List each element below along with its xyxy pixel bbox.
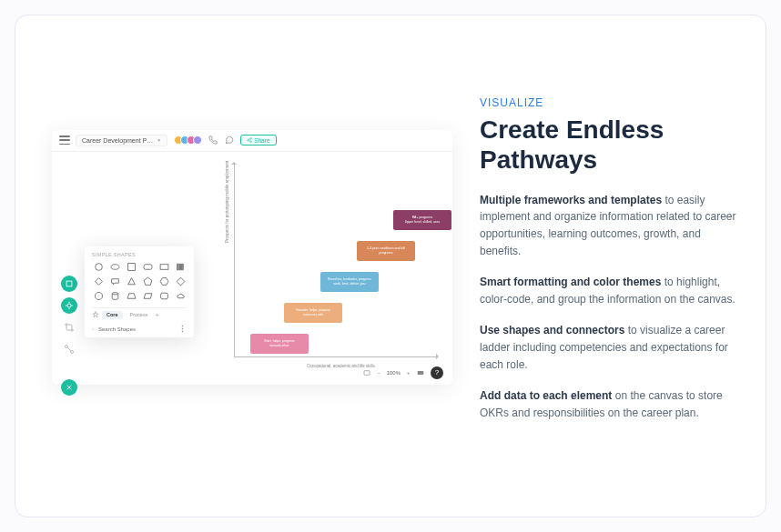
career-stage-box[interactable]: Start, helps, progresstowards other: [250, 334, 309, 354]
svg-point-34: [93, 328, 95, 330]
shape-diamond[interactable]: [174, 276, 187, 287]
shapes-panel: SIMPLE SHAPES: [85, 246, 194, 337]
document-title: Career Development P…: [82, 137, 153, 144]
crop-tool-button[interactable]: [61, 319, 77, 336]
svg-line-35: [94, 329, 95, 330]
svg-rect-20: [160, 264, 168, 269]
svg-rect-23: [180, 264, 181, 270]
svg-rect-3: [364, 370, 370, 375]
collaborator-avatars[interactable]: [177, 136, 202, 145]
career-stage-box[interactable]: 1-3 year conditions and fullprograms: [357, 241, 415, 261]
y-axis-label: Prospects for prototyping mobile employm…: [225, 160, 229, 242]
chat-icon[interactable]: [224, 136, 235, 145]
svg-marker-30: [95, 292, 102, 299]
keyboard-icon[interactable]: [416, 369, 425, 376]
feature-paragraph: Add data to each element on the canvas t…: [480, 387, 740, 421]
shape-speech[interactable]: [108, 276, 121, 287]
shape-cloud[interactable]: [174, 290, 187, 302]
shape-rhombus[interactable]: [92, 276, 105, 287]
app-topbar: Career Development P… ▼ Share: [52, 130, 452, 152]
feature-paragraph: Multiple frameworks and templates to eas…: [480, 192, 740, 259]
career-stage-box[interactable]: Branches, textbooks, progresswork, best,…: [320, 272, 379, 292]
feature-paragraph: Use shapes and connectors to visualize a…: [480, 322, 740, 373]
app-screenshot: Career Development P… ▼ Share: [52, 130, 452, 403]
avatar: [193, 136, 202, 145]
svg-rect-21: [177, 264, 178, 270]
marketing-copy: VISUALIZE Create Endless Pathways Multip…: [452, 96, 747, 437]
category-core[interactable]: Core: [102, 311, 123, 319]
chevron-down-icon: ▼: [157, 137, 161, 143]
shape-triangle[interactable]: [125, 276, 137, 287]
svg-point-1: [248, 139, 249, 141]
zoom-in-button[interactable]: +: [404, 370, 412, 376]
menu-icon[interactable]: [59, 136, 70, 145]
svg-rect-19: [144, 264, 152, 269]
shape-cylinder[interactable]: [108, 290, 121, 302]
pin-icon[interactable]: [92, 311, 99, 318]
svg-line-13: [67, 347, 71, 351]
shape-ellipse[interactable]: [108, 261, 121, 273]
shape-pentagon[interactable]: [141, 276, 154, 287]
feature-paragraph: Smart formatting and color themes to hig…: [480, 274, 740, 307]
close-rail-button[interactable]: [61, 379, 77, 396]
connector-tool-button[interactable]: [61, 341, 77, 357]
help-button[interactable]: ?: [431, 366, 443, 379]
shape-hexagon[interactable]: [157, 276, 170, 287]
career-stage-box[interactable]: BA+ programsUpper level, skilled, area: [393, 210, 451, 230]
zoom-out-button[interactable]: −: [375, 370, 383, 376]
svg-point-16: [95, 263, 102, 270]
svg-marker-25: [95, 277, 102, 285]
search-icon: [92, 326, 95, 333]
shape-rounded-rect[interactable]: [141, 261, 154, 273]
left-tool-rail: [61, 276, 77, 396]
svg-rect-4: [418, 371, 424, 375]
svg-rect-18: [127, 263, 135, 270]
svg-marker-26: [127, 277, 135, 284]
zoom-toolbar: − 100% + ?: [362, 366, 443, 379]
shape-square[interactable]: [125, 261, 137, 273]
shape-search-input[interactable]: [98, 326, 175, 332]
svg-marker-29: [177, 277, 185, 286]
share-button[interactable]: Share: [240, 135, 276, 146]
eyebrow-label: VISUALIZE: [480, 96, 740, 109]
shape-octagon[interactable]: [92, 290, 105, 302]
shape-parallelogram[interactable]: [141, 290, 154, 302]
career-stage-box[interactable]: Founder, helps, proposeresources with: [284, 303, 342, 323]
shapes-panel-title: SIMPLE SHAPES: [92, 252, 187, 257]
svg-rect-5: [66, 281, 72, 286]
svg-point-0: [250, 138, 252, 140]
add-category-button[interactable]: +: [155, 311, 159, 319]
shape-plaque[interactable]: [157, 290, 170, 302]
target-tool-button[interactable]: [61, 297, 77, 314]
svg-point-17: [111, 264, 119, 269]
document-title-dropdown[interactable]: Career Development P… ▼: [76, 135, 167, 146]
svg-marker-33: [144, 293, 152, 298]
shape-circle[interactable]: [92, 261, 105, 273]
more-icon[interactable]: ⋮: [178, 325, 187, 334]
svg-point-31: [112, 292, 118, 294]
svg-marker-32: [127, 293, 136, 298]
svg-marker-28: [160, 277, 168, 285]
frame-tool-button[interactable]: [61, 276, 77, 292]
phone-icon[interactable]: [208, 136, 218, 145]
shape-rect[interactable]: [157, 261, 170, 273]
svg-point-6: [67, 303, 71, 306]
svg-point-2: [250, 141, 252, 143]
category-process[interactable]: Process: [126, 311, 153, 319]
shape-trapezoid[interactable]: [125, 290, 137, 302]
svg-rect-22: [178, 264, 179, 270]
svg-marker-27: [144, 277, 152, 285]
shape-barcode[interactable]: [174, 261, 187, 273]
y-axis: [234, 163, 235, 357]
x-axis: [234, 356, 438, 357]
headline: Create Endless Pathways: [480, 115, 740, 176]
fit-icon[interactable]: [362, 369, 371, 376]
zoom-level: 100%: [387, 370, 401, 376]
svg-rect-24: [182, 264, 183, 270]
